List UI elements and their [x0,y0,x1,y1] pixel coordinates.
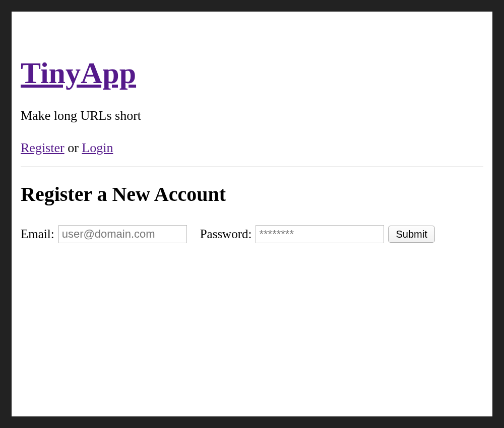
register-form: Email: Password: Submit [21,225,483,243]
email-label: Email: [21,227,54,241]
auth-links-line: Register or Login [21,140,483,156]
submit-button[interactable]: Submit [388,226,434,243]
password-label: Password: [200,227,252,241]
password-field[interactable] [256,225,384,243]
register-link[interactable]: Register [21,140,65,155]
divider [21,167,483,167]
app-title-link[interactable]: TinyApp [21,56,136,90]
login-link[interactable]: Login [82,140,113,155]
section-heading: Register a New Account [21,182,483,206]
page-container: TinyApp Make long URLs short Register or… [12,12,492,416]
tagline: Make long URLs short [21,108,483,123]
app-title: TinyApp [21,21,483,91]
or-text: or [65,140,82,155]
email-field[interactable] [58,225,187,243]
